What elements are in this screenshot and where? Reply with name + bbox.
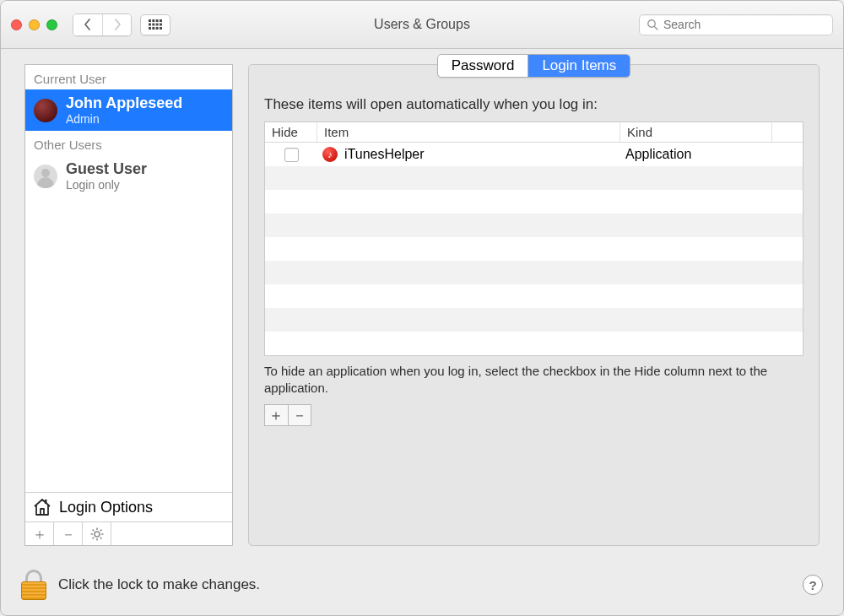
login-items-description: These items will open automatically when…	[264, 96, 803, 113]
tab-password[interactable]: Password	[438, 55, 528, 77]
close-icon[interactable]	[11, 19, 22, 30]
sidebar-toolbar: ＋ －	[25, 521, 232, 545]
help-button[interactable]: ?	[803, 575, 823, 595]
svg-rect-5	[152, 24, 154, 26]
section-current-user: Current User	[25, 65, 232, 89]
user-actions-button[interactable]	[83, 522, 111, 545]
user-name: John Appleseed	[66, 95, 182, 112]
login-options-label: Login Options	[59, 499, 153, 516]
add-user-button[interactable]: ＋	[25, 522, 54, 545]
table-row	[265, 237, 803, 261]
remove-item-button[interactable]: －	[288, 405, 311, 425]
table-body: ♪ iTunesHelper Application	[265, 143, 803, 355]
svg-rect-1	[152, 19, 154, 22]
lock-message: Click the lock to make changes.	[58, 576, 260, 593]
svg-rect-10	[156, 27, 159, 30]
minimize-icon[interactable]	[29, 19, 40, 30]
column-kind[interactable]: Kind	[620, 122, 772, 142]
table-header: Hide Item Kind	[265, 122, 803, 143]
search-field[interactable]	[639, 14, 833, 35]
back-button[interactable]	[73, 14, 102, 35]
table-row	[265, 284, 803, 308]
lock-button[interactable]	[21, 570, 46, 600]
tab-bar: Password Login Items	[437, 54, 631, 78]
svg-line-21	[100, 537, 101, 538]
svg-line-23	[100, 529, 101, 531]
table-row	[265, 332, 803, 355]
svg-rect-6	[156, 24, 159, 26]
table-row	[265, 308, 803, 332]
itunes-icon: ♪	[322, 147, 338, 162]
user-row-guest[interactable]: Guest User Login only	[25, 155, 232, 197]
table-row	[265, 261, 803, 284]
svg-rect-8	[149, 27, 151, 30]
svg-rect-14	[45, 500, 47, 504]
item-name: iTunesHelper	[344, 147, 425, 162]
zoom-icon[interactable]	[46, 19, 57, 30]
user-row-current[interactable]: John Appleseed Admin	[25, 89, 232, 131]
preferences-window: Users & Groups Current User John Applese…	[0, 0, 844, 616]
avatar-icon	[34, 165, 57, 188]
show-all-button[interactable]	[140, 14, 170, 35]
svg-rect-11	[160, 27, 162, 30]
table-row	[265, 213, 803, 237]
footer: Click the lock to make changes. ?	[1, 561, 843, 615]
tab-login-items[interactable]: Login Items	[528, 55, 630, 77]
add-item-button[interactable]: ＋	[265, 405, 288, 425]
table-row	[265, 190, 803, 213]
svg-point-15	[95, 532, 100, 537]
section-other-users: Other Users	[25, 131, 232, 155]
table-row[interactable]: ♪ iTunesHelper Application	[265, 143, 803, 166]
login-options-button[interactable]: Login Options	[25, 492, 232, 521]
svg-rect-2	[156, 19, 159, 22]
hide-hint: To hide an application when you log in, …	[264, 363, 803, 397]
user-role: Admin	[66, 112, 182, 126]
remove-user-button[interactable]: －	[54, 522, 83, 545]
svg-rect-9	[152, 27, 154, 30]
login-items-table: Hide Item Kind ♪ iTunesHelper Applicatio…	[264, 122, 803, 356]
search-input[interactable]	[663, 18, 825, 31]
column-hide[interactable]: Hide	[265, 122, 317, 142]
main-panel: Password Login Items These items will op…	[248, 64, 820, 546]
svg-rect-4	[149, 24, 151, 26]
table-row	[265, 166, 803, 190]
user-role: Login only	[66, 178, 147, 192]
home-icon	[32, 498, 52, 516]
add-remove-toolbar: ＋ －	[264, 404, 311, 426]
svg-line-20	[92, 529, 94, 531]
svg-rect-3	[160, 19, 162, 22]
svg-rect-0	[149, 19, 151, 22]
user-sidebar: Current User John Appleseed Admin Other …	[24, 64, 233, 546]
avatar-icon	[34, 99, 57, 122]
svg-rect-7	[160, 24, 162, 26]
column-item[interactable]: Item	[317, 122, 620, 142]
svg-line-22	[92, 537, 94, 538]
toolbar: Users & Groups	[1, 1, 843, 49]
window-controls	[11, 19, 57, 30]
search-icon	[647, 19, 658, 30]
column-spacer	[772, 122, 803, 142]
hide-checkbox[interactable]	[284, 148, 299, 162]
item-kind: Application	[620, 147, 772, 162]
user-name: Guest User	[66, 160, 147, 178]
forward-button[interactable]	[102, 14, 131, 35]
svg-line-13	[654, 26, 657, 30]
